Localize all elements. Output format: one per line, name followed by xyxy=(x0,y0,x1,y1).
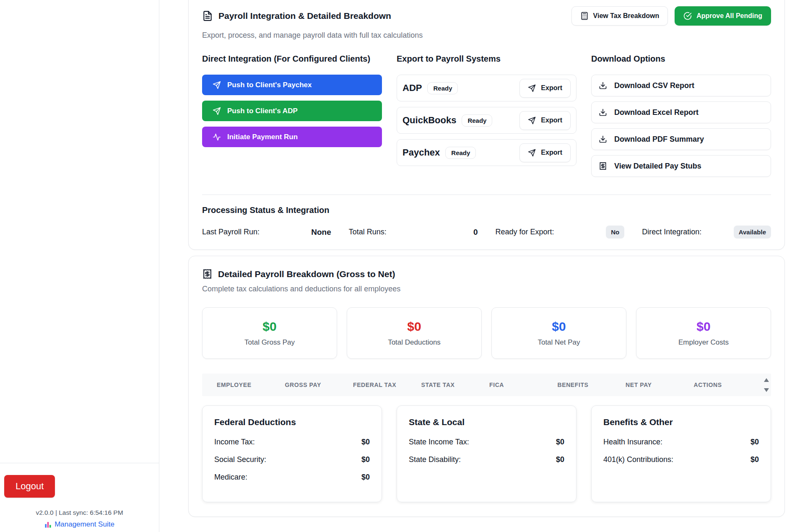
direct-integration-column: Direct Integration (For Configured Clien… xyxy=(202,54,382,182)
send-icon xyxy=(528,149,536,157)
download-options-heading: Download Options xyxy=(591,54,771,64)
integration-title-group: Payroll Integration & Detailed Breakdown xyxy=(202,10,391,21)
status-value: None xyxy=(311,228,331,237)
column-header-employee: EMPLOYEE xyxy=(217,381,285,388)
view-pay-stubs-button[interactable]: View Detailed Pay Stubs xyxy=(591,155,771,177)
status-last-payroll-run: Last Payroll Run: None xyxy=(202,228,331,237)
export-system-name: Paychex Ready xyxy=(402,147,476,159)
state-local-card: State & Local State Income Tax: $0 State… xyxy=(397,405,576,502)
scroll-down-icon[interactable] xyxy=(764,388,769,392)
download-pdf-button[interactable]: Download PDF Summary xyxy=(591,128,771,150)
push-paychex-label: Push to Client's Paychex xyxy=(227,81,312,89)
export-quickbooks-button[interactable]: Export xyxy=(519,111,571,130)
export-system-name: QuickBooks Ready xyxy=(402,114,492,127)
download-icon xyxy=(599,135,607,143)
deduction-value: $0 xyxy=(750,438,759,446)
ready-badge: Ready xyxy=(462,114,492,127)
activity-icon xyxy=(213,133,221,141)
initiate-payment-run-button[interactable]: Initiate Payment Run xyxy=(202,127,382,147)
deduction-label: State Income Tax: xyxy=(409,438,469,446)
export-label: Export xyxy=(541,117,562,124)
federal-deductions-card: Federal Deductions Income Tax: $0 Social… xyxy=(202,405,382,502)
deduction-value: $0 xyxy=(361,455,370,464)
download-excel-label: Download Excel Report xyxy=(614,108,699,117)
deduction-row: 401(k) Contributions: $0 xyxy=(603,455,759,464)
logout-button[interactable]: Logout xyxy=(4,475,55,498)
export-label: Export xyxy=(541,84,562,92)
status-label: Direct Integration: xyxy=(642,228,701,236)
scroll-up-icon[interactable] xyxy=(764,378,769,382)
integration-header: Payroll Integration & Detailed Breakdown… xyxy=(202,6,771,26)
push-adp-label: Push to Client's ADP xyxy=(227,107,298,115)
deduction-value: $0 xyxy=(556,455,564,464)
processing-status-heading: Processing Status & Integration xyxy=(202,205,771,215)
stat-label: Total Net Pay xyxy=(538,338,580,347)
download-csv-label: Download CSV Report xyxy=(614,81,694,90)
breakdown-title: Detailed Payroll Breakdown (Gross to Net… xyxy=(218,269,395,279)
push-paychex-button[interactable]: Push to Client's Paychex xyxy=(202,75,382,95)
benefits-other-heading: Benefits & Other xyxy=(603,417,759,427)
status-total-runs: Total Runs: 0 xyxy=(349,228,478,237)
payroll-stats: $0 Total Gross Pay $0 Total Deductions $… xyxy=(202,307,771,359)
deduction-value: $0 xyxy=(361,473,370,482)
direct-integration-heading: Direct Integration (For Configured Clien… xyxy=(202,54,382,64)
stat-label: Total Gross Pay xyxy=(244,338,295,347)
status-direct-integration: Direct Integration: Available xyxy=(642,226,771,239)
processing-status-grid: Last Payroll Run: None Total Runs: 0 Rea… xyxy=(202,226,771,239)
stat-value: $0 xyxy=(552,319,566,334)
deduction-row: State Disability: $0 xyxy=(409,455,564,464)
export-systems-heading: Export to Payroll Systems xyxy=(397,54,576,64)
view-tax-breakdown-label: View Tax Breakdown xyxy=(593,12,660,20)
status-label: Total Runs: xyxy=(349,228,387,236)
stat-label: Employer Costs xyxy=(678,338,729,347)
deduction-label: Social Security: xyxy=(214,455,266,464)
system-name-paychex: Paychex xyxy=(402,147,440,158)
export-systems-column: Export to Payroll Systems ADP Ready Expo… xyxy=(397,54,576,182)
view-pay-stubs-label: View Detailed Pay Stubs xyxy=(614,162,701,171)
employee-table-header: EMPLOYEE GROSS PAY FEDERAL TAX STATE TAX… xyxy=(202,374,771,396)
download-csv-button[interactable]: Download CSV Report xyxy=(591,75,771,96)
ready-badge: Ready xyxy=(427,82,458,94)
stat-value: $0 xyxy=(262,319,276,334)
deduction-label: State Disability: xyxy=(409,455,461,464)
stat-total-gross-pay: $0 Total Gross Pay xyxy=(202,307,337,359)
header-actions: View Tax Breakdown Approve All Pending xyxy=(571,6,771,26)
view-tax-breakdown-button[interactable]: View Tax Breakdown xyxy=(571,6,668,26)
ready-badge: Ready xyxy=(445,147,476,159)
export-paychex-button[interactable]: Export xyxy=(519,143,571,162)
breakdown-subtitle: Complete tax calculations and deductions… xyxy=(202,285,771,293)
breakdown-title-group: Detailed Payroll Breakdown (Gross to Net… xyxy=(202,269,771,279)
deduction-value: $0 xyxy=(361,438,370,446)
column-header-actions: ACTIONS xyxy=(694,381,762,388)
export-row-adp: ADP Ready Export xyxy=(397,75,576,101)
export-adp-button[interactable]: Export xyxy=(519,79,571,98)
download-icon xyxy=(599,108,607,117)
stat-label: Total Deductions xyxy=(388,338,441,347)
export-label: Export xyxy=(541,149,562,156)
column-header-federal-tax: FEDERAL TAX xyxy=(353,381,421,388)
deduction-cards: Federal Deductions Income Tax: $0 Social… xyxy=(202,405,771,502)
deduction-label: 401(k) Contributions: xyxy=(603,455,673,464)
stat-total-deductions: $0 Total Deductions xyxy=(347,307,482,359)
stat-total-net-pay: $0 Total Net Pay xyxy=(491,307,626,359)
export-row-paychex: Paychex Ready Export xyxy=(397,139,576,166)
push-adp-button[interactable]: Push to Client's ADP xyxy=(202,101,382,121)
column-header-state-tax: STATE TAX xyxy=(421,381,490,388)
file-text-icon xyxy=(202,10,213,21)
receipt-dollar-icon xyxy=(202,269,213,279)
page-title: Payroll Integration & Detailed Breakdown xyxy=(218,11,391,21)
deduction-row: State Income Tax: $0 xyxy=(409,438,564,446)
column-header-gross-pay: GROSS PAY xyxy=(285,381,353,388)
deduction-label: Income Tax: xyxy=(214,438,255,446)
main-content: Payroll Integration & Detailed Breakdown… xyxy=(159,0,805,517)
status-badge: Available xyxy=(734,226,771,239)
approve-all-pending-button[interactable]: Approve All Pending xyxy=(675,6,771,26)
table-scrollbar[interactable] xyxy=(762,378,771,392)
detailed-breakdown-card: Detailed Payroll Breakdown (Gross to Net… xyxy=(188,256,785,517)
deduction-row: Income Tax: $0 xyxy=(214,438,370,446)
management-suite-link[interactable]: Management Suite xyxy=(0,520,159,529)
status-badge: No xyxy=(606,226,624,239)
deduction-label: Medicare: xyxy=(214,473,247,482)
download-excel-button[interactable]: Download Excel Report xyxy=(591,101,771,123)
stat-employer-costs: $0 Employer Costs xyxy=(636,307,771,359)
